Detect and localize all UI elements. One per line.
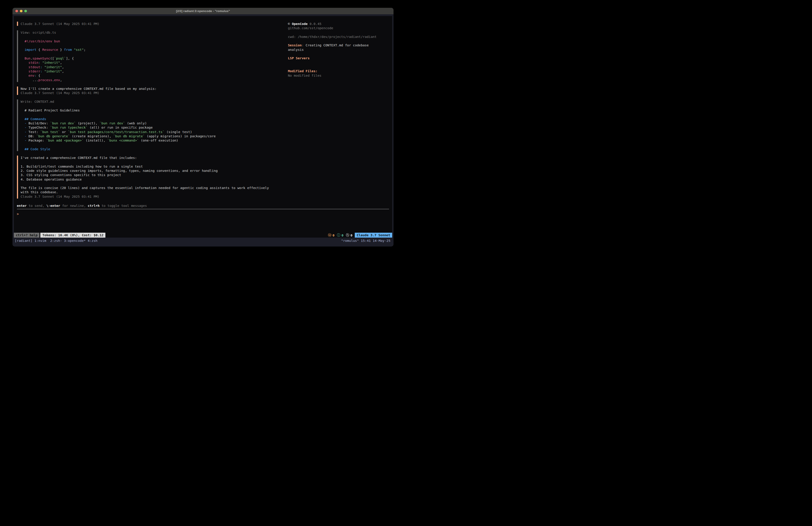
terminal-line <box>21 112 216 117</box>
prompt-caret: > <box>17 212 19 216</box>
terminal-line: stdout: "inherit", <box>21 65 86 69</box>
terminal-line: © OpenCode 0.0.45 <box>288 22 390 26</box>
close-button[interactable] <box>15 10 18 13</box>
terminal-line: Write: CONTEXT.md <box>21 99 216 104</box>
terminal-line: ## Commands <box>21 117 216 121</box>
info-indicator: ⓘ0 <box>337 233 343 238</box>
opencode-sidebar: © OpenCode 0.0.45github.com/sst/opencode… <box>288 22 390 77</box>
terminal-line: No modified files <box>288 73 390 77</box>
terminal-line: The file is concise (20 lines) and captu… <box>21 186 269 190</box>
hints-indicator-count: 0 <box>350 233 352 237</box>
message-body: Now I'll create a comprehensive CONTEXT.… <box>18 86 157 95</box>
terminal-window: [2/3] radiant:3:opencode - "romulus" Cla… <box>13 8 393 246</box>
traffic-lights <box>15 8 27 14</box>
terminal-line: 2. Code style guidelines covering import… <box>21 169 269 173</box>
input-area: enter to send, \+enter for newline, ctrl… <box>17 203 389 208</box>
message-body: View: script/db.ts #!/usr/bin/env bun im… <box>18 30 86 82</box>
terminal-line: Claude 3.7 Sonnet (14 May 2025 03:41 PM) <box>21 194 269 199</box>
tool-view-block: View: script/db.ts #!/usr/bin/env bun im… <box>17 30 282 82</box>
tool-write-block: Write: CONTEXT.md # Radiant Project Guid… <box>17 99 282 151</box>
terminal-line: import { Resource } from "sst"; <box>21 47 86 52</box>
screenshot-page: [2/3] radiant:3:opencode - "romulus" Cla… <box>0 0 406 263</box>
model-chip[interactable]: Claude 3.7 Sonnet <box>355 233 392 238</box>
warnings-indicator-icon: ⓦ <box>328 233 332 238</box>
terminal-line: - Package: `bun add <package>` (install)… <box>21 138 216 142</box>
terminal-line: analysis <box>288 47 390 52</box>
diagnostic-indicators: ⓦ0ⓘ0ⓗ0 <box>328 233 352 238</box>
terminal-line: 3. CSS styling conventions specific to t… <box>21 173 269 177</box>
terminal-line: cwd: /home/thdxr/dev/projects/radiant/ra… <box>288 34 390 39</box>
terminal-line: #!/usr/bin/env bun <box>21 39 86 43</box>
terminal-line: Now I'll create a comprehensive CONTEXT.… <box>21 86 157 91</box>
terminal-line <box>21 160 269 164</box>
terminal-line: 4. Database operations guidance <box>21 177 269 182</box>
terminal-line: I've created a comprehensive CONTEXT.md … <box>21 156 269 160</box>
terminal-line: LSP Servers <box>288 56 390 60</box>
terminal-line <box>21 142 216 147</box>
minimize-button[interactable] <box>20 10 23 13</box>
terminal-line: # Radiant Project Guidelines <box>21 108 216 112</box>
message-body: Write: CONTEXT.md # Radiant Project Guid… <box>18 99 216 151</box>
hints-indicator: ⓗ0 <box>346 233 352 238</box>
message-body: I've created a comprehensive CONTEXT.md … <box>18 156 269 199</box>
terminal-line: Claude 3.7 Sonnet (14 May 2025 03:41 PM) <box>21 91 157 95</box>
terminal-line: - DB: `bun db generate` (create migratio… <box>21 134 216 138</box>
terminal-line: - Test: `bun test` or `bun test packages… <box>21 130 216 134</box>
terminal-line: Session: Creating CONTEXT.md for codebas… <box>288 43 390 47</box>
terminal-line: stdin: "inherit", <box>21 60 86 65</box>
terminal-line: env: { <box>21 73 86 77</box>
info-indicator-icon: ⓘ <box>337 233 340 238</box>
tmux-status-bar: [radiant] 1:nvim 2:zsh- 3:opencode* 4:zs… <box>15 239 390 243</box>
keybinding-hints: enter to send, \+enter for newline, ctrl… <box>17 203 389 208</box>
warnings-indicator: ⓦ0 <box>328 233 334 238</box>
hints-indicator-icon: ⓗ <box>346 233 349 238</box>
terminal-line: Claude 3.7 Sonnet (14 May 2025 03:41 PM) <box>21 22 100 26</box>
terminal-line <box>21 52 86 56</box>
tmux-host-clock: "romulus" 15:41 14-May-25 <box>341 239 390 243</box>
terminal-line <box>21 104 216 108</box>
terminal-line: View: script/db.ts <box>21 30 86 34</box>
message-body: Claude 3.7 Sonnet (14 May 2025 03:41 PM) <box>18 22 99 26</box>
tokens-cost-chip: Tokens: 16.4K (8%), Cost: $0.12 <box>40 233 105 238</box>
terminal-line: - TypeCheck: `bun run typecheck` (all) o… <box>21 125 216 129</box>
tmux-session-windows[interactable]: [radiant] 1:nvim 2:zsh- 3:opencode* 4:zs… <box>15 239 97 243</box>
window-title: [2/3] radiant:3:opencode - "romulus" <box>176 9 230 13</box>
assistant-message-header: Claude 3.7 Sonnet (14 May 2025 03:41 PM) <box>17 22 282 26</box>
warnings-indicator-count: 0 <box>332 233 334 237</box>
terminal-line <box>288 52 390 56</box>
terminal-line <box>21 35 86 39</box>
terminal-line: ...process.env, <box>21 78 86 82</box>
conversation-log: Claude 3.7 Sonnet (14 May 2025 03:41 PM)… <box>17 22 282 203</box>
terminal-line: Bun.spawnSync([`psql`], { <box>21 56 86 60</box>
terminal-line: with this codebase. <box>21 190 269 194</box>
terminal-line <box>288 30 390 34</box>
prompt-input[interactable]: > <box>17 212 389 217</box>
terminal-line: ## Code Style <box>21 147 216 151</box>
terminal-line <box>21 43 86 47</box>
assistant-message: Now I'll create a comprehensive CONTEXT.… <box>17 86 282 95</box>
terminal-line: 1. Build/lint/test commands including ho… <box>21 164 269 169</box>
info-indicator-count: 0 <box>342 233 343 237</box>
terminal-line <box>288 39 390 43</box>
zoom-button[interactable] <box>24 10 27 13</box>
terminal-line <box>21 182 269 186</box>
window-titlebar: [2/3] radiant:3:opencode - "romulus" <box>13 8 393 14</box>
help-chip[interactable]: ctrl+? help <box>14 233 40 238</box>
opencode-status-bar: ctrl+? help Tokens: 16.4K (8%), Cost: $0… <box>14 233 392 238</box>
terminal-line <box>288 65 390 69</box>
terminal-line: github.com/sst/opencode <box>288 26 390 30</box>
terminal-line <box>288 60 390 65</box>
terminal-line: - Build/Dev: `bun run dev` (project), `b… <box>21 121 216 125</box>
terminal-line: Modified Files: <box>288 69 390 73</box>
assistant-message: I've created a comprehensive CONTEXT.md … <box>17 156 282 199</box>
terminal-content: Claude 3.7 Sonnet (14 May 2025 03:41 PM)… <box>14 16 392 238</box>
input-divider <box>17 209 389 209</box>
terminal-line: stderr: "inherit", <box>21 69 86 73</box>
